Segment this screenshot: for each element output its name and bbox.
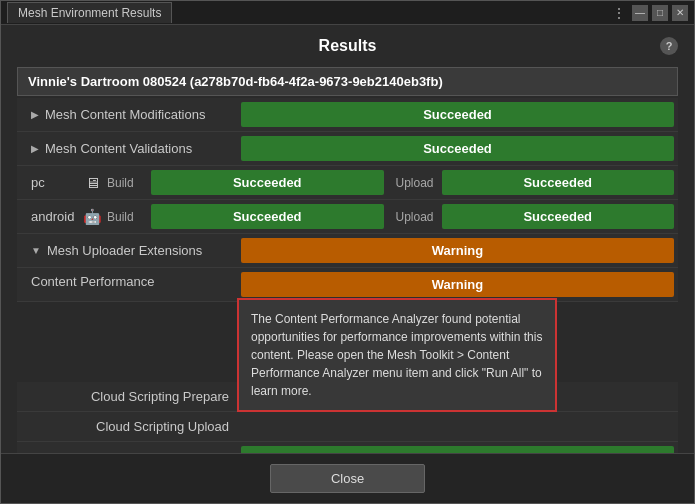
pc-icon: 🖥 (77, 174, 107, 191)
publish-status: Succeeded (241, 446, 674, 453)
content-performance-label: Content Performance (17, 268, 237, 295)
content-performance-tooltip: The Content Performance Analyzer found p… (237, 298, 557, 412)
mesh-content-validations-value: Succeeded (237, 132, 678, 165)
environment-name: Vinnie's Dartroom 080524 (a278b70d-fb64-… (17, 67, 678, 96)
pc-row: pc 🖥 Build Succeeded Upload Succeeded (17, 166, 678, 200)
android-upload-value: Succeeded (438, 202, 679, 231)
pc-upload-label: Upload (388, 176, 438, 190)
page-title-container: Results ? (17, 37, 678, 55)
help-icon[interactable]: ? (660, 37, 678, 55)
window-title: Mesh Environment Results (7, 2, 172, 23)
main-content: Results ? Vinnie's Dartroom 080524 (a278… (1, 25, 694, 453)
mesh-content-modifications-value: Succeeded (237, 98, 678, 131)
android-upload-label: Upload (388, 210, 438, 224)
android-row: android 🤖 Build Succeeded Upload Succeed… (17, 200, 678, 234)
content-performance-status: Warning (241, 272, 674, 297)
publish-value: Succeeded (237, 442, 678, 453)
pc-build-value: Succeeded (147, 168, 388, 197)
main-window: Mesh Environment Results ⋮ — □ ✕ Results… (0, 0, 695, 504)
pc-upload-value: Succeeded (438, 168, 679, 197)
pc-upload-status: Succeeded (442, 170, 675, 195)
mesh-uploader-extensions-status: Warning (241, 238, 674, 263)
expand-icon-2[interactable]: ▶ (31, 143, 39, 154)
mesh-content-modifications-status: Succeeded (241, 102, 674, 127)
pc-build-status: Succeeded (151, 170, 384, 195)
cloud-scripting-upload-label: Cloud Scripting Upload (17, 415, 237, 438)
mesh-content-modifications-row: ▶ Mesh Content Modifications Succeeded (17, 98, 678, 132)
footer: Close (1, 453, 694, 503)
mesh-content-modifications-label: ▶ Mesh Content Modifications (17, 103, 237, 126)
android-build-value: Succeeded (147, 202, 388, 231)
cloud-scripting-upload-value (237, 423, 678, 431)
cloud-scripting-prepare-label: Cloud Scripting Prepare (17, 385, 237, 408)
cloud-scripting-upload-row: Cloud Scripting Upload (17, 412, 678, 442)
title-bar-controls: ⋮ — □ ✕ (612, 5, 688, 21)
mesh-content-validations-label: ▶ Mesh Content Validations (17, 137, 237, 160)
page-title: Results (319, 37, 377, 54)
minimize-button[interactable]: — (632, 5, 648, 21)
pc-build-label: Build (107, 176, 147, 190)
close-button-footer[interactable]: Close (270, 464, 425, 493)
android-build-status: Succeeded (151, 204, 384, 229)
collapse-icon[interactable]: ▼ (31, 245, 41, 256)
mesh-content-validations-row: ▶ Mesh Content Validations Succeeded (17, 132, 678, 166)
content-performance-row: Content Performance Warning The Content … (17, 268, 678, 302)
mesh-uploader-extensions-row: ▼ Mesh Uploader Extensions Warning (17, 234, 678, 268)
android-upload-status: Succeeded (442, 204, 675, 229)
close-button[interactable]: ✕ (672, 5, 688, 21)
android-build-label: Build (107, 210, 147, 224)
mesh-uploader-extensions-label: ▼ Mesh Uploader Extensions (17, 239, 237, 262)
title-bar-left: Mesh Environment Results (7, 2, 172, 23)
pc-platform-name: pc (17, 175, 77, 190)
android-platform-name: android (17, 209, 77, 224)
restore-button[interactable]: □ (652, 5, 668, 21)
expand-icon[interactable]: ▶ (31, 109, 39, 120)
content-performance-value: Warning The Content Performance Analyzer… (237, 268, 678, 301)
title-bar: Mesh Environment Results ⋮ — □ ✕ (1, 1, 694, 25)
menu-dots[interactable]: ⋮ (612, 5, 628, 21)
mesh-content-validations-status: Succeeded (241, 136, 674, 161)
publish-row: Publish Succeeded (17, 442, 678, 453)
mesh-uploader-extensions-value: Warning (237, 234, 678, 267)
android-icon: 🤖 (77, 208, 107, 226)
